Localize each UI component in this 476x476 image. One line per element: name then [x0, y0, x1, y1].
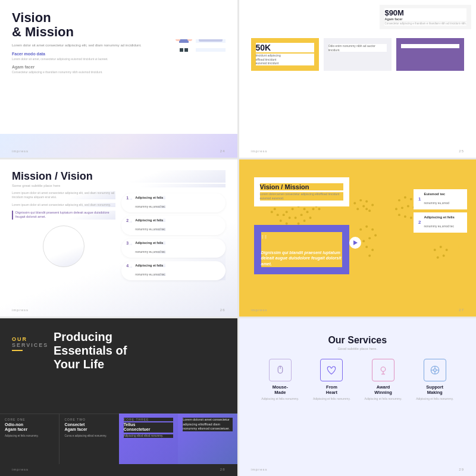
svg-point-58 — [403, 196, 406, 198]
slide3-page: 26 — [220, 308, 226, 312]
play-triangle-icon — [353, 240, 358, 245]
slide5-col3-body: Adipiscing elitod elitod nonummy. — [124, 434, 173, 438]
award-winning-icon-box — [372, 359, 394, 381]
slide2-brand: impress — [251, 149, 268, 153]
slide1-gradient-bar — [0, 134, 237, 158]
svg-point-23 — [303, 220, 305, 222]
slide2-amount: $90M — [384, 8, 466, 17]
slide5-col3-label: CORE THREE — [124, 418, 173, 421]
slide5-cards: CORE ONE Odio-non Agam facer Adipiscing … — [0, 414, 237, 464]
slide1-section2-body: Consectetur adipiscing e thandiam nonumm… — [12, 70, 226, 74]
slide3-brand: impress — [12, 308, 29, 312]
slide4-quote-text: Dignissim qui blandit praesent luptatum … — [261, 250, 342, 267]
slide4-play-button[interactable] — [349, 237, 361, 249]
slide5-orange-line — [12, 350, 23, 351]
slide5-col1-title: Odio-non Agam facer — [5, 422, 54, 433]
svg-point-42 — [365, 200, 368, 202]
slide6-title: Our Services — [251, 335, 465, 346]
svg-point-16 — [294, 217, 296, 219]
slide-vision-mission-1: Vision& Mission Lorem dolor sit amet con… — [0, 0, 237, 158]
slide5-footer: impress 28 — [12, 468, 226, 471]
service-desc-award-winning: Adipiscing et felis nonummy. — [360, 397, 407, 401]
slide1-section1-title: Facer modo data — [12, 52, 226, 56]
service-desc-mouse-made: Adipiscing et felis nonummy. — [257, 397, 304, 401]
svg-point-77 — [445, 249, 447, 251]
svg-point-29 — [273, 208, 275, 210]
slide5-col2-body: Curva e adipiscing elitod nonummy. — [64, 434, 114, 438]
slide5-our-text: OUR — [12, 336, 48, 342]
slide5-col-2: CORE TWO Consectet Agam facer Curva e ad… — [59, 414, 118, 464]
slide5-col-1: CORE ONE Odio-non Agam facer Adipiscing … — [0, 414, 59, 464]
slide4-brand: impress — [251, 308, 268, 312]
svg-point-43 — [362, 205, 365, 207]
slide5-col-4: Lorem dolorsit amet consectetur adipisci… — [178, 414, 237, 464]
slide2-amount-card: $90M Agam facer Consectetur adipiscing e… — [380, 5, 471, 29]
slide6-footer: impress 29 — [251, 468, 465, 471]
svg-point-11 — [285, 211, 287, 213]
slide5-page: 28 — [220, 468, 226, 471]
slide1-page: 24 — [220, 149, 226, 153]
slide2-stat-purple: Adipiscing Ultrices auctor nonummy. — [396, 38, 464, 71]
service-desc-from-heart: Adipiscing et felis nonummy. — [308, 397, 355, 401]
svg-point-51 — [374, 234, 377, 236]
slide2-stat-yellow: 50K tincidunt adipiscing offload tincidu… — [251, 38, 319, 71]
slide1-section2-title: Agam facer — [12, 65, 226, 69]
svg-point-57 — [397, 199, 400, 201]
slide1-title: Vision& Mission — [12, 11, 226, 39]
service-name-from-heart: From Heart — [308, 384, 355, 395]
slide-mission-vision: Mission / Vision Some great subtitle pla… — [0, 159, 237, 317]
svg-point-45 — [365, 208, 368, 210]
slide3-circle — [43, 226, 84, 267]
slide3-list: 1 Adipiscing et felisnonummy eu,smod tec… — [121, 193, 225, 280]
slide2-stats-row: 50K tincidunt adipiscing offload tincidu… — [251, 38, 465, 71]
svg-point-17 — [288, 217, 290, 219]
slide-stats: nibh euismod conse ctetur laoreet $90M A… — [239, 0, 477, 158]
slide6-brand: impress — [251, 468, 268, 471]
slide1-footer: impress 24 — [12, 149, 226, 153]
svg-point-53 — [362, 240, 365, 242]
svg-point-49 — [365, 225, 368, 227]
slide2-stat-third: Adipiscing Ultrices auctor nonummy. — [401, 44, 459, 48]
slide4-white-card: Vision / Mission Lorem dolorcamet consec… — [254, 177, 349, 206]
svg-point-47 — [368, 209, 371, 212]
slide5-col4-text: Lorem dolorsit amet consectetur adipisci… — [183, 418, 232, 431]
svg-point-78 — [442, 254, 444, 256]
slide-our-services-dark: OUR SERVICES Producing Essentials of You… — [0, 318, 237, 476]
support-making-icon-box — [424, 359, 446, 381]
svg-point-70 — [403, 215, 406, 218]
svg-point-25 — [306, 211, 308, 213]
slide3-highlight: Dignissim qui blandit praesent luptatum … — [12, 211, 115, 220]
slide4-side-items: 1 Euismod tec nonummy eu,smod 2 Adipisci… — [414, 189, 467, 233]
svg-point-66 — [406, 205, 409, 207]
svg-point-79 — [436, 256, 439, 258]
svg-point-54 — [365, 246, 368, 248]
slide6-service-support-making: Support Making Adipiscing et felis nonum… — [411, 359, 458, 401]
svg-point-50 — [371, 228, 374, 230]
slide4-footer: impress 27 — [251, 308, 465, 312]
slide2-amount-label: Agam facer — [384, 17, 466, 21]
svg-point-59 — [409, 198, 412, 200]
svg-point-52 — [368, 237, 371, 239]
slide-our-services-light: Our Services Good subtitle place here. M… — [239, 318, 477, 476]
slide5-col2-title: Consectet Agam facer — [64, 422, 114, 433]
svg-point-76 — [439, 246, 441, 248]
svg-point-44 — [356, 208, 359, 210]
slide1-brand: impress — [12, 149, 29, 153]
slide5-col2-label: CORE TWO — [64, 418, 114, 421]
svg-point-75 — [433, 249, 436, 251]
slide5-col1-label: CORE ONE — [5, 418, 54, 421]
slide2-stat-secondary: Odio enim nonummy nibh ad auctor tincidu… — [324, 38, 392, 71]
svg-point-40 — [353, 202, 356, 204]
slide-vision-yellow: + + + + Vision / Mission Lorem dolorcame… — [239, 159, 477, 317]
slide2-amount-text: Consectetur adipiscing e thandiam e than… — [384, 22, 466, 26]
slide4-side-item-1: 1 Euismod tec nonummy eu,smod — [414, 189, 467, 209]
list-item-1: 1 Adipiscing et felisnonummy eu,smod tec — [121, 193, 225, 212]
slide6-service-mouse-made: Mouse- Made Adipiscing et felis nonummy. — [257, 359, 304, 401]
svg-point-41 — [359, 199, 362, 201]
service-name-support-making: Support Making — [411, 384, 458, 395]
svg-point-69 — [397, 214, 400, 216]
from-heart-icon-box — [320, 359, 343, 381]
slide3-body1: Lorem ipsum dolor sit amet consectetur a… — [12, 191, 115, 199]
slide6-page: 29 — [459, 468, 464, 471]
slide5-col-3: CORE THREE Tellus Consectetuer Adipiscin… — [119, 414, 178, 464]
